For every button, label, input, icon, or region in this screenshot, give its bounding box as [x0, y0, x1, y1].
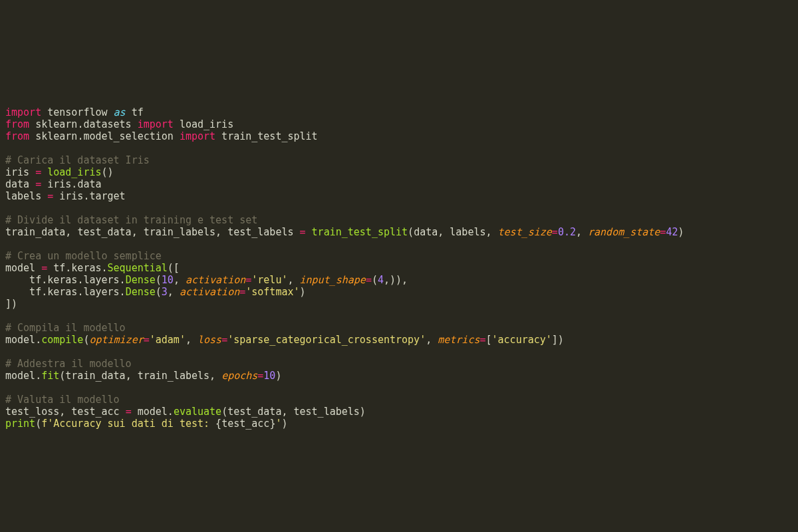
- code-token: model: [5, 334, 35, 346]
- code-line[interactable]: import tensorflow as tf: [5, 106, 144, 118]
- code-token: tf: [126, 106, 144, 118]
- code-token: ,: [438, 226, 450, 238]
- code-token: # Carica il dataset Iris: [5, 154, 150, 166]
- code-token: ): [281, 418, 287, 430]
- code-token: tf: [5, 286, 41, 298]
- code-token: 10: [162, 274, 174, 286]
- code-token: metrics: [438, 334, 479, 346]
- code-line[interactable]: test_loss, test_acc = model.evaluate(tes…: [5, 406, 366, 418]
- code-token: =: [257, 370, 263, 382]
- code-token: .: [35, 334, 41, 346]
- code-token: (: [156, 274, 162, 286]
- code-token: [41, 166, 47, 178]
- code-token: test_loss: [5, 406, 59, 418]
- code-line[interactable]: train_data, test_data, train_labels, tes…: [5, 226, 684, 238]
- code-token: train_labels: [138, 370, 209, 382]
- code-token: test_data: [227, 406, 281, 418]
- code-token: data: [5, 178, 35, 190]
- code-token: ,: [215, 226, 227, 238]
- code-token: ,: [209, 370, 221, 382]
- code-token: .: [41, 274, 47, 286]
- code-token: test_labels: [227, 226, 299, 238]
- code-line[interactable]: from sklearn.model_selection import trai…: [5, 130, 318, 142]
- code-line[interactable]: from sklearn.datasets import load_iris: [5, 118, 233, 130]
- code-token: =: [35, 166, 41, 178]
- code-token: =: [126, 406, 132, 418]
- code-line[interactable]: # Compila il modello: [5, 322, 126, 334]
- code-token: ,: [426, 334, 438, 346]
- code-line[interactable]: # Divide il dataset in training e test s…: [5, 214, 257, 226]
- code-token: ,: [65, 226, 77, 238]
- code-line[interactable]: ]): [5, 298, 17, 310]
- code-line[interactable]: labels = iris.target: [5, 190, 126, 202]
- code-line[interactable]: model = tf.keras.Sequential([: [5, 262, 180, 274]
- code-line[interactable]: # Carica il dataset Iris: [5, 154, 150, 166]
- code-token: evaluate: [174, 406, 221, 418]
- code-token: epochs: [221, 370, 257, 382]
- code-token: =: [144, 334, 150, 346]
- code-token: data: [414, 226, 438, 238]
- code-token: train_data: [5, 226, 65, 238]
- code-token: sklearn: [29, 118, 77, 130]
- code-line[interactable]: model.compile(optimizer='adam', loss='sp…: [5, 334, 564, 346]
- code-token: datasets: [83, 118, 137, 130]
- code-token: ,: [126, 370, 138, 382]
- code-token: =: [35, 178, 41, 190]
- code-token: {: [215, 418, 221, 430]
- code-token: 'softmax': [245, 286, 299, 298]
- code-token: train_test_split: [215, 130, 318, 142]
- code-token: .: [41, 286, 47, 298]
- code-token: fit: [41, 370, 59, 382]
- code-token: ): [360, 406, 366, 418]
- code-token: keras: [71, 262, 101, 274]
- code-token: ]): [5, 298, 17, 310]
- code-token: Sequential: [108, 262, 168, 274]
- code-line[interactable]: model.fit(train_data, train_labels, epoc…: [5, 370, 281, 382]
- code-token: .: [65, 262, 71, 274]
- code-token: input_shape: [300, 274, 366, 286]
- code-token: labels: [5, 190, 47, 202]
- code-token: ([: [168, 262, 180, 274]
- code-token: loss: [198, 334, 221, 346]
- code-line[interactable]: # Crea un modello semplice: [5, 250, 162, 262]
- code-token: .: [120, 274, 126, 286]
- code-token: ,: [281, 406, 293, 418]
- code-token: target: [89, 190, 125, 202]
- code-token: ,: [287, 274, 299, 286]
- code-token: Dense: [126, 286, 156, 298]
- code-token: =: [221, 334, 227, 346]
- code-token: model_selection: [83, 130, 180, 142]
- code-token: Dense: [126, 274, 156, 286]
- code-token: ,)),: [384, 274, 408, 286]
- code-editor[interactable]: import tensorflow as tf from sklearn.dat…: [0, 0, 798, 435]
- code-token: (): [102, 166, 114, 178]
- code-token: ,: [576, 226, 588, 238]
- code-token: 'sparse_categorical_crossentropy': [227, 334, 426, 346]
- code-line[interactable]: # Addestra il modello: [5, 358, 132, 370]
- code-token: as: [114, 106, 126, 118]
- code-line[interactable]: tf.keras.layers.Dense(3, activation='sof…: [5, 286, 306, 298]
- code-token: f'Accuracy sui dati di test:: [41, 418, 215, 430]
- code-line[interactable]: data = iris.data: [5, 178, 102, 190]
- code-token: .: [102, 262, 108, 274]
- code-token: train_labels: [144, 226, 215, 238]
- code-token: sklearn: [29, 130, 77, 142]
- code-token: tf: [47, 262, 65, 274]
- code-token: import: [138, 118, 174, 130]
- code-token: ,: [486, 226, 498, 238]
- code-token: [306, 226, 312, 238]
- code-token: 0.2: [558, 226, 576, 238]
- code-token: keras: [47, 286, 77, 298]
- code-token: tensorflow: [41, 106, 113, 118]
- code-token: test_data: [77, 226, 131, 238]
- code-token: (: [408, 226, 414, 238]
- code-line[interactable]: # Valuta il modello: [5, 394, 120, 406]
- code-token: =: [366, 274, 372, 286]
- code-token: test_acc: [221, 418, 269, 430]
- code-line[interactable]: iris = load_iris(): [5, 166, 114, 178]
- code-line[interactable]: print(f'Accuracy sui dati di test: {test…: [5, 418, 287, 430]
- code-token: iris: [5, 166, 35, 178]
- code-token: random_state: [588, 226, 660, 238]
- code-token: ,: [168, 286, 180, 298]
- code-line[interactable]: tf.keras.layers.Dense(10, activation='re…: [5, 274, 408, 286]
